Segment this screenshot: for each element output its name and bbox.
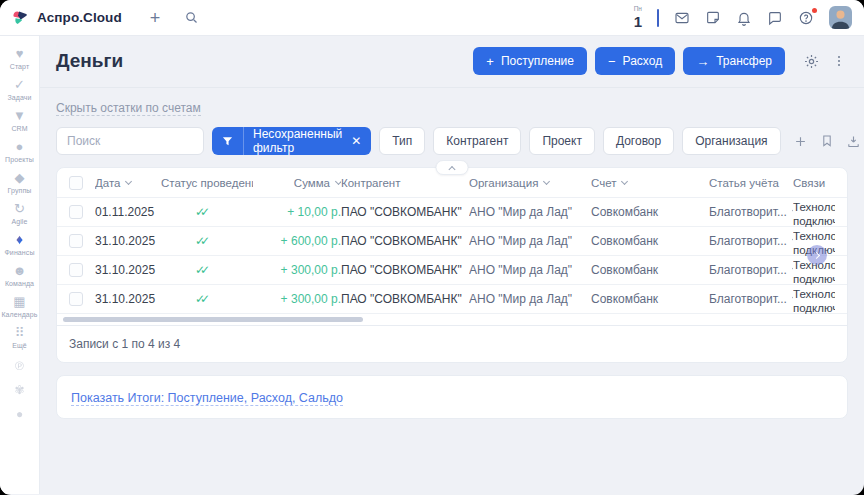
sidebar-item[interactable]: ↻ Agile bbox=[0, 201, 39, 225]
scroll-right-button[interactable] bbox=[807, 245, 827, 265]
cell-amount: + 300,00 р. bbox=[253, 292, 341, 306]
search-icon[interactable] bbox=[184, 10, 199, 25]
sidebar-item-label: Команда bbox=[0, 280, 39, 287]
action-button[interactable]: + Поступление bbox=[473, 47, 587, 75]
sidebar-footer: ℗ ✾ ● bbox=[14, 360, 24, 420]
filter-button[interactable]: Организация bbox=[682, 127, 780, 155]
cell-category-dropdown[interactable]: Благотворит... bbox=[709, 263, 793, 277]
column-header[interactable]: Связи bbox=[793, 177, 835, 189]
column-header[interactable]: Сумма bbox=[253, 177, 341, 189]
sidebar-item[interactable]: ♦ Финансы bbox=[0, 232, 39, 256]
active-filter-chip[interactable]: Несохраненный фильтр ✕ bbox=[212, 127, 371, 155]
column-header[interactable]: Счет bbox=[591, 177, 709, 189]
action-button[interactable]: → Трансфер bbox=[683, 47, 785, 75]
cell-category-dropdown[interactable]: Благотворит... bbox=[709, 234, 793, 248]
sidebar-item-label: Старт bbox=[0, 63, 39, 70]
sidebar-item-label: CRM bbox=[0, 125, 39, 132]
table-row[interactable]: 01.11.2025 ✓✓ + 10,00 р. ПАО "СОВКОМБАНК… bbox=[57, 198, 847, 227]
more-kebab-icon[interactable] bbox=[830, 51, 848, 71]
select-all-checkbox[interactable] bbox=[69, 176, 83, 190]
main-area: Деньги + Поступление − Расход bbox=[40, 36, 864, 494]
sidebar-item-icon: ↻ bbox=[0, 201, 39, 216]
row-checkbox[interactable] bbox=[69, 263, 83, 277]
sidebar-item-label: Календарь bbox=[0, 311, 39, 318]
cell-account: Совкомбанк bbox=[591, 205, 709, 219]
cell-category-dropdown[interactable]: Благотворит... bbox=[709, 205, 793, 219]
column-label: Сумма bbox=[294, 177, 330, 189]
create-plus-button[interactable]: + bbox=[150, 9, 161, 27]
help-icon[interactable] bbox=[798, 10, 814, 26]
row-checkbox[interactable] bbox=[69, 234, 83, 248]
column-header[interactable]: Дата bbox=[95, 177, 161, 189]
notifications-bell-icon[interactable] bbox=[736, 10, 752, 26]
cell-organization: АНО "Мир да Лад" bbox=[469, 263, 591, 277]
sidebar-item[interactable]: ● Проекты bbox=[0, 139, 39, 163]
row-checkbox[interactable] bbox=[69, 292, 83, 306]
table-row[interactable]: 31.10.2025 ✓✓ + 600,00 р. ПАО "СОВКОМБАН… bbox=[57, 227, 847, 256]
cell-relations: Технология подключен bbox=[793, 198, 835, 227]
cell-category-label: Благотворит... bbox=[709, 234, 787, 248]
sidebar-app-icon[interactable]: ✾ bbox=[14, 384, 24, 396]
table-row[interactable]: 31.10.2025 ✓✓ + 300,00 р. ПАО "СОВКОМБАН… bbox=[57, 256, 847, 285]
filter-button[interactable]: Контрагент bbox=[433, 127, 521, 155]
cell-category-dropdown[interactable]: Благотворит... bbox=[709, 292, 793, 306]
sidebar-item[interactable]: ◆ Группы bbox=[0, 170, 39, 194]
action-button[interactable]: − Расход bbox=[595, 47, 675, 75]
action-button-icon: + bbox=[486, 55, 494, 68]
sidebar-item[interactable]: ♥ Старт bbox=[0, 46, 39, 70]
collapse-table-pill[interactable] bbox=[436, 160, 469, 175]
row-checkbox[interactable] bbox=[69, 205, 83, 219]
totals-card: Показать Итоги: Поступление, Расход, Сал… bbox=[56, 375, 848, 419]
notes-icon[interactable] bbox=[705, 10, 721, 26]
sidebar-item-icon: ▦ bbox=[0, 294, 39, 309]
cell-status: ✓✓ bbox=[161, 263, 253, 277]
sidebar-item[interactable]: ▦ Календарь bbox=[0, 294, 39, 318]
scrollbar-thumb[interactable] bbox=[63, 317, 363, 322]
help-badge-dot bbox=[812, 8, 817, 13]
filter-button[interactable]: Договор bbox=[603, 127, 674, 155]
column-header[interactable]: Контрагент bbox=[341, 177, 469, 189]
cell-category-label: Благотворит... bbox=[709, 292, 787, 306]
column-label: Счет bbox=[591, 177, 616, 189]
sidebar-item[interactable]: ☻ Команда bbox=[0, 263, 39, 287]
calendar-date-widget[interactable]: Пн 1 bbox=[634, 6, 642, 29]
export-download-icon[interactable] bbox=[846, 134, 861, 149]
bookmark-icon[interactable] bbox=[820, 134, 834, 148]
row-checkbox-cell bbox=[69, 234, 95, 248]
hide-balances-link[interactable]: Скрыть остатки по счетам bbox=[56, 101, 201, 116]
user-avatar[interactable] bbox=[829, 6, 852, 29]
cell-category-label: Благотворит... bbox=[709, 263, 787, 277]
sidebar-item-label: Финансы bbox=[0, 249, 39, 256]
column-header[interactable]: Статья учёта bbox=[709, 177, 793, 189]
show-totals-link[interactable]: Показать Итоги: Поступление, Расход, Сал… bbox=[71, 391, 343, 406]
sidebar-item[interactable]: ▼ CRM bbox=[0, 108, 39, 132]
sidebar-item[interactable]: ✓ Задачи bbox=[0, 77, 39, 101]
sidebar: ♥ Старт ✓ Задачи ▼ CRM ● Проекты bbox=[0, 36, 40, 494]
column-header[interactable]: Организация bbox=[469, 177, 591, 189]
cell-amount: + 600,00 р. bbox=[253, 234, 341, 248]
sidebar-app-icon[interactable]: ℗ bbox=[15, 360, 24, 372]
search-input[interactable] bbox=[56, 127, 204, 155]
chat-icon[interactable] bbox=[767, 10, 783, 26]
sidebar-item[interactable]: ⠿ Ещё bbox=[0, 325, 39, 349]
sidebar-item-label: Задачи bbox=[0, 94, 39, 101]
cell-account: Совкомбанк bbox=[591, 263, 709, 277]
cell-organization: АНО "Мир да Лад" bbox=[469, 292, 591, 306]
filter-row: Несохраненный фильтр ✕ Тип Контрагент Пр… bbox=[56, 127, 848, 155]
mail-icon[interactable] bbox=[674, 10, 690, 26]
row-checkbox-cell bbox=[69, 263, 95, 277]
horizontal-scrollbar[interactable] bbox=[61, 317, 843, 323]
cell-amount: + 10,00 р. bbox=[253, 205, 341, 219]
filter-button[interactable]: Тип bbox=[379, 127, 425, 155]
filter-button[interactable]: Проект bbox=[529, 127, 595, 155]
sidebar-app-icon[interactable]: ● bbox=[16, 408, 23, 420]
brand[interactable]: Аспро.Cloud bbox=[12, 9, 122, 26]
status-approved-double-check-icon: ✓✓ bbox=[195, 292, 210, 306]
content: Скрыть остатки по счетам Несохраненный ф… bbox=[40, 88, 864, 419]
column-header[interactable]: Статус проведения bbox=[161, 177, 253, 189]
sidebar-item-icon: ♥ bbox=[0, 46, 39, 61]
table-row[interactable]: 31.10.2025 ✓✓ + 300,00 р. ПАО "СОВКОМБАН… bbox=[57, 285, 847, 314]
add-filter-plus-icon[interactable] bbox=[793, 134, 808, 149]
filter-chip-close-icon[interactable]: ✕ bbox=[351, 134, 371, 148]
settings-gear-icon[interactable] bbox=[801, 51, 822, 72]
